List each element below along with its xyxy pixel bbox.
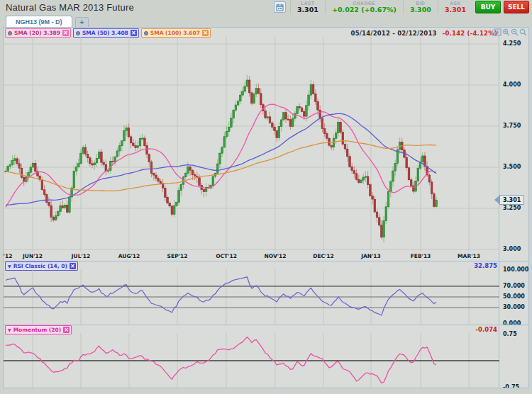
sma50-close-button[interactable]: × xyxy=(131,30,137,36)
candle-body xyxy=(221,147,223,153)
sma50-line xyxy=(6,113,436,205)
time-axis: MAY'12JUN'12JUL'12AUG'12SEP'12OCT'12NOV'… xyxy=(4,253,528,260)
candle-body xyxy=(338,122,340,133)
ask-value: 3.301 xyxy=(445,6,466,13)
candle-body xyxy=(421,156,423,162)
candle-body xyxy=(194,175,196,176)
candle-body xyxy=(57,212,60,216)
momentum-plot-canvas[interactable] xyxy=(4,333,499,388)
sma100-close-button[interactable]: × xyxy=(202,30,209,36)
candle-body xyxy=(212,176,214,186)
candle-body xyxy=(299,106,301,108)
candle-body xyxy=(103,162,105,164)
candle-body xyxy=(408,168,410,180)
candle-body xyxy=(333,138,335,147)
candle-body xyxy=(399,142,401,150)
candle-body xyxy=(244,86,246,91)
chart-area: SMA (20) 3.389 × SMA (50) 3.408 × SMA (1… xyxy=(3,27,529,388)
month-tick-label: MAY'12 xyxy=(3,253,13,259)
date-range: 05/14/2012 - 02/12/2013 -0.142 (-4.12%) xyxy=(351,30,497,37)
momentum-current-value: -0.074 xyxy=(476,326,497,333)
candle-body xyxy=(146,146,148,154)
sma50-legend-label: SMA (50) 3.408 xyxy=(82,30,128,36)
momentum-axis: 0.75-0.75 xyxy=(501,28,528,388)
candle-body xyxy=(328,138,331,145)
candle-body xyxy=(73,171,75,188)
candle-body xyxy=(428,175,431,182)
candle-body xyxy=(385,207,387,221)
candle-body xyxy=(383,221,385,237)
date-range-text: 05/14/2012 - 02/12/2013 xyxy=(351,30,437,37)
candle-body xyxy=(41,180,43,190)
candle-body xyxy=(21,168,23,177)
candle-body xyxy=(344,144,346,149)
candle-body xyxy=(355,174,358,180)
candle-body xyxy=(92,164,94,165)
candle-body xyxy=(326,134,328,139)
momentum-title: Momentum (20) xyxy=(13,327,62,333)
candle-body xyxy=(392,171,394,181)
candle-body xyxy=(257,89,260,94)
candle-body xyxy=(173,206,175,214)
add-tab-button[interactable]: + xyxy=(75,17,89,27)
candle-body xyxy=(303,111,305,116)
candle-body xyxy=(184,174,187,177)
candle-body xyxy=(294,113,297,118)
candle-body xyxy=(148,154,150,162)
candle-body xyxy=(30,167,32,172)
candle-body xyxy=(237,101,239,105)
candle-body xyxy=(255,89,257,94)
candle-body xyxy=(144,138,146,146)
candle-body xyxy=(306,106,308,116)
candle-body xyxy=(433,194,436,207)
candle-body xyxy=(96,158,98,163)
candle-body xyxy=(417,168,419,181)
buy-button[interactable]: BUY xyxy=(475,1,501,13)
candle-body xyxy=(376,212,378,218)
momentum-tick-label: -0.75 xyxy=(503,384,519,389)
tab-ngh13[interactable]: NGH13 (9M - D) xyxy=(6,16,72,27)
expand-icon[interactable] xyxy=(494,28,501,36)
calendar-button[interactable] xyxy=(274,1,286,13)
candle-body xyxy=(353,171,355,174)
momentum-tick-label: 0.75 xyxy=(503,331,517,337)
rsi-plot-canvas[interactable] xyxy=(4,269,499,325)
candle-body xyxy=(9,165,11,167)
candle-body xyxy=(381,225,383,237)
candle-body xyxy=(223,137,226,147)
candle-body xyxy=(160,181,162,184)
candle-body xyxy=(365,176,367,177)
candle-body xyxy=(32,163,34,167)
candle-body xyxy=(351,167,353,170)
candle-body xyxy=(285,113,287,119)
candle-body xyxy=(60,206,62,212)
candle-body xyxy=(121,141,123,146)
candle-body xyxy=(141,138,143,139)
calendar-icon xyxy=(276,4,284,11)
candle-body xyxy=(362,177,365,180)
rsi-current-value: 32.875 xyxy=(474,262,497,269)
candle-body xyxy=(101,152,103,162)
candle-body xyxy=(35,163,37,171)
price-chart-canvas[interactable] xyxy=(4,37,499,252)
candle-body xyxy=(346,149,348,157)
sma20-close-button[interactable]: × xyxy=(62,30,69,36)
candle-body xyxy=(55,216,57,220)
candle-body xyxy=(248,80,250,93)
bid-quote-field: BID 3.300 xyxy=(403,1,438,13)
candle-body xyxy=(242,91,244,95)
candle-body xyxy=(112,162,114,162)
rsi-close-button[interactable]: × xyxy=(70,263,76,269)
candle-body xyxy=(123,130,126,141)
candle-body xyxy=(80,153,82,164)
candle-body xyxy=(114,157,116,162)
momentum-close-button[interactable]: × xyxy=(63,327,70,333)
candle-body xyxy=(331,145,333,147)
collapse-icon[interactable]: ▼ xyxy=(8,264,11,269)
candle-body xyxy=(283,113,285,120)
collapse-icon[interactable]: ▼ xyxy=(8,328,11,332)
sell-button[interactable]: SELL xyxy=(504,1,529,13)
panel-separator xyxy=(4,261,528,261)
candle-body xyxy=(219,153,221,164)
candle-body xyxy=(323,129,326,134)
